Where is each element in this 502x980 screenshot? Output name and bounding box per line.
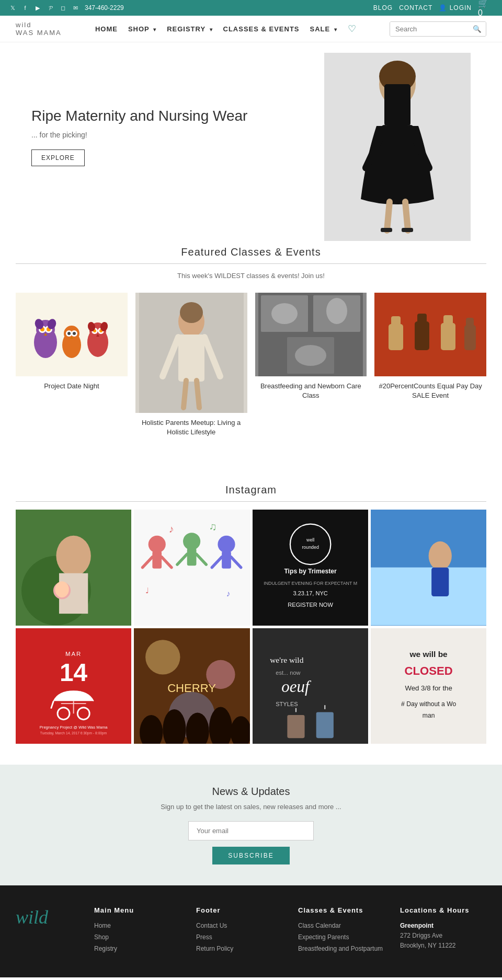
facebook-icon[interactable]: f: [21, 4, 29, 12]
insta-svg-1: ♪ ♫ ♩ ♪: [134, 510, 249, 625]
footer-link-return-policy[interactable]: Return Policy: [196, 945, 282, 952]
footer-logo: wild: [16, 906, 78, 956]
svg-rect-122: [316, 712, 333, 738]
nav-sale[interactable]: SALE ▾: [310, 25, 337, 33]
footer-link-home[interactable]: Home: [94, 922, 180, 929]
site-logo[interactable]: wild WAS MAMA: [16, 21, 62, 37]
insta-item-7[interactable]: we will be CLOSED Wed 3/8 for the # Day …: [371, 628, 486, 744]
insta-item-3[interactable]: [371, 510, 486, 625]
subscribe-button[interactable]: SUBSCRIBE: [212, 847, 289, 864]
youtube-icon[interactable]: ▶: [33, 4, 42, 12]
nav-registry[interactable]: REGISTRY ▾: [167, 25, 212, 33]
footer-link-contact[interactable]: Contact Us: [196, 922, 282, 929]
insta-svg-2: well rounded Tips by Trimester INDULGENT…: [253, 510, 368, 625]
svg-rect-66: [134, 510, 249, 625]
svg-point-75: [218, 536, 235, 553]
featured-item-0[interactable]: Project Date Night: [16, 293, 128, 437]
featured-item-label-2: Breastfeeding and Newborn Care Class: [255, 382, 367, 400]
footer-link-press[interactable]: Press: [196, 933, 282, 941]
footer-location-name: Greenpoint: [400, 922, 486, 929]
svg-rect-57: [443, 315, 453, 326]
pinterest-icon[interactable]: 𝓟: [46, 4, 54, 12]
insta-item-4[interactable]: MAR 14 6:30 PM Pregnancy Project @ Wild …: [16, 628, 131, 744]
insta-item-0[interactable]: [16, 510, 131, 625]
featured-item-3[interactable]: #20PercentCounts Equal Pay Day SALE Even…: [374, 293, 486, 437]
svg-text:Wed 3/8 for the: Wed 3/8 for the: [405, 684, 452, 692]
svg-rect-9: [402, 228, 413, 232]
footer-link-class-calendar[interactable]: Class Calendar: [298, 922, 384, 929]
top-bar-right: BLOG CONTACT 👤 LOGIN 🛒 0: [373, 0, 494, 16]
featured-item-label-1: Holistic Parents Meetup: Living a Holist…: [135, 418, 247, 437]
instagram-icon[interactable]: ◻: [59, 4, 67, 12]
cart-icon[interactable]: 🛒 0: [478, 0, 494, 16]
email-input[interactable]: [188, 821, 314, 840]
footer-link-expecting[interactable]: Expecting Parents: [298, 933, 384, 941]
footer-link-breastfeeding[interactable]: Breastfeeding and Postpartum: [298, 945, 384, 952]
svg-text:♪: ♪: [169, 524, 174, 535]
featured-item-1[interactable]: Holistic Parents Meetup: Living a Holist…: [135, 293, 247, 437]
cart-count: 🛒 0: [478, 0, 494, 18]
insta-item-5[interactable]: CHERRY: [134, 628, 249, 744]
footer-logo-text: wild: [16, 906, 78, 928]
svg-line-43: [197, 381, 199, 408]
nav-classes-events[interactable]: CLASSES & EVENTS: [223, 25, 300, 33]
svg-rect-52: [389, 324, 403, 350]
twitter-icon[interactable]: 𝕏: [8, 4, 17, 12]
svg-text:STYLES: STYLES: [276, 701, 298, 707]
svg-text:oeuf: oeuf: [281, 677, 312, 695]
svg-rect-39: [178, 335, 204, 382]
email-icon[interactable]: ✉: [71, 4, 79, 12]
blog-link[interactable]: BLOG: [373, 4, 393, 11]
insta-item-1[interactable]: ♪ ♫ ♩ ♪: [134, 510, 249, 625]
svg-text:♫: ♫: [209, 521, 217, 532]
svg-rect-55: [417, 314, 427, 324]
svg-text:rounded: rounded: [302, 545, 319, 550]
insta-item-6[interactable]: we're wild est... now oeuf STYLES: [253, 628, 368, 744]
svg-text:est... now: est... now: [276, 669, 300, 675]
svg-text:♩: ♩: [145, 586, 149, 595]
insta-item-2[interactable]: well rounded Tips by Trimester INDULGENT…: [253, 510, 368, 625]
featured-item-label-3: #20PercentCounts Equal Pay Day SALE Even…: [374, 382, 486, 400]
featured-image-1: [135, 293, 247, 413]
insta-svg-7: we will be CLOSED Wed 3/8 for the # Day …: [371, 628, 486, 744]
instagram-section: Instagram: [0, 458, 502, 765]
nav-home[interactable]: HOME: [95, 25, 118, 33]
svg-rect-3: [384, 84, 410, 126]
navbar: wild WAS MAMA HOME SHOP ▾ REGISTRY ▾ CLA…: [0, 16, 502, 42]
svg-rect-72: [187, 548, 197, 566]
insta-svg-3: [371, 510, 486, 625]
search-button[interactable]: 🔍: [469, 22, 486, 36]
svg-point-65: [55, 582, 69, 598]
footer: wild Main Menu Home Shop Registry Footer…: [0, 885, 502, 977]
svg-text:3.23.17, NYC: 3.23.17, NYC: [293, 590, 327, 596]
svg-rect-56: [441, 323, 455, 350]
instagram-grid: ♪ ♫ ♩ ♪ well rounded Tips by Trimester I…: [0, 510, 502, 744]
explore-button[interactable]: EXPLORE: [31, 149, 85, 166]
svg-point-107: [145, 640, 180, 674]
equalpay-svg: [378, 293, 483, 376]
svg-point-24: [67, 332, 71, 335]
holistic-svg: [139, 293, 244, 413]
nav-shop[interactable]: SHOP ▾: [128, 25, 156, 33]
newsletter-form: SUBSCRIBE: [16, 821, 486, 864]
svg-point-50: [295, 345, 326, 366]
svg-text:Pregnancy Project @ Wild Was M: Pregnancy Project @ Wild Was Mama: [40, 725, 108, 730]
svg-point-46: [271, 303, 298, 324]
svg-text:♪: ♪: [226, 589, 231, 598]
svg-line-42: [184, 381, 186, 408]
footer-col-footer: Footer Contact Us Press Return Policy: [196, 906, 282, 956]
login-link[interactable]: 👤 LOGIN: [439, 4, 472, 11]
contact-link[interactable]: CONTACT: [399, 4, 432, 11]
svg-text:man: man: [423, 712, 435, 719]
svg-rect-59: [466, 318, 474, 327]
sale-dropdown-arrow: ▾: [334, 27, 337, 32]
svg-text:MAR: MAR: [65, 651, 82, 657]
hero-image: [324, 53, 471, 241]
footer-link-registry[interactable]: Registry: [94, 945, 180, 952]
search-input[interactable]: [390, 22, 469, 36]
svg-text:CLOSED: CLOSED: [404, 664, 452, 677]
footer-link-shop[interactable]: Shop: [94, 933, 180, 941]
svg-line-6: [387, 202, 390, 230]
wishlist-icon[interactable]: ♡: [348, 23, 356, 34]
featured-item-2[interactable]: Breastfeeding and Newborn Care Class: [255, 293, 367, 437]
